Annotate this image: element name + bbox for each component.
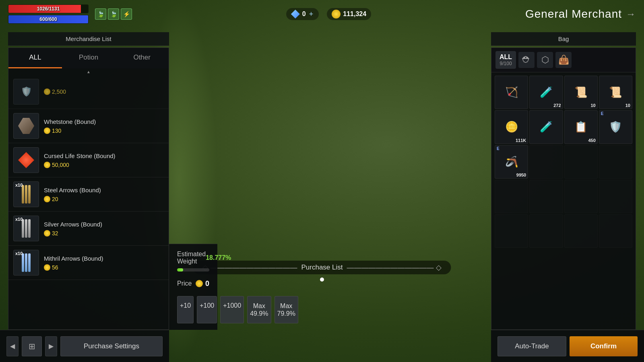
merchant-title: General Merchant <box>525 8 622 21</box>
scroll3-count: 450 <box>588 138 595 143</box>
list-item-lifestone[interactable]: Cursed Life Stone (Bound) 50,000 <box>8 143 169 177</box>
bag-cell-potion-green[interactable]: 🧪 <box>529 110 563 144</box>
health-bars: 1026/1131 600/600 <box>8 4 89 24</box>
qty-plus100-button[interactable]: +100 <box>197 296 217 323</box>
top-hud: 1026/1131 600/600 🍃 🍃 ⚡ 0 + 111,324 Gene… <box>0 0 644 28</box>
bag-cell-scroll1[interactable]: 📜 10 <box>564 76 598 109</box>
gold-icon-whetstone <box>44 128 50 134</box>
nav-arrow-left[interactable]: ◀ <box>6 336 19 356</box>
auto-trade-button[interactable]: Auto-Trade <box>497 336 566 356</box>
qty-max799-button[interactable]: Max79.9% <box>275 296 298 323</box>
armor-badge: E <box>601 111 604 116</box>
page-dot-indicator <box>320 278 324 282</box>
tab-potion[interactable]: Potion <box>62 48 116 68</box>
gold-icon-steel <box>44 196 50 202</box>
bag-cell-empty-8[interactable] <box>495 214 528 248</box>
steel-arrows-icon: x10 <box>13 181 39 207</box>
bag-count: 9/100 <box>500 61 512 66</box>
bag-cell-empty-11[interactable] <box>599 214 632 248</box>
coin-icon: 🪙 <box>505 121 518 133</box>
scroll2-count: 10 <box>625 103 630 108</box>
nav-arrow-right[interactable]: ▶ <box>45 336 57 356</box>
bag-cell-arrows[interactable]: E 🪃 9950 <box>495 145 528 179</box>
bag-cell-empty-7[interactable] <box>599 180 632 213</box>
bag-cell-empty-6[interactable] <box>564 180 598 213</box>
bag-cell-scroll3[interactable]: 📋 450 <box>564 110 598 144</box>
item-icon: 🛡️ <box>13 79 39 105</box>
whetstone-icon <box>13 113 39 139</box>
bag-cell-armor[interactable]: E 🛡️ <box>599 110 632 144</box>
merchandise-tabs: ALL Potion Other <box>8 48 169 68</box>
bag-cell-bow[interactable]: 🏹 <box>495 76 528 109</box>
price-value-wrap: 0 <box>196 280 209 288</box>
item-list: Whetstone (Bound) 130 Cursed Life Stone … <box>8 109 169 329</box>
bag-cell-empty-3[interactable] <box>599 145 632 179</box>
bag-tab-all[interactable]: ALL 9/100 <box>495 51 516 69</box>
potion-green-icon: 🧪 <box>540 121 553 133</box>
steel-arrows-price: 20 <box>44 196 164 202</box>
bag-tab-helmet[interactable]: ⛑ <box>518 52 535 68</box>
bag-grid: 🏹 🧪 272 📜 10 📜 10 🪙 111K 🧪 📋 450 E 🛡️ <box>491 72 636 329</box>
buff-icon-1: 🍃 <box>95 8 106 20</box>
list-item-mithril-arrows[interactable]: x10 Mithril Arrows (Bound) 56 <box>8 246 169 280</box>
arrow-right-line-icon: ———————————— ◇ <box>347 263 442 272</box>
bag-tab-bag[interactable]: 👜 <box>555 52 572 68</box>
bag-cell-empty-1[interactable] <box>529 145 563 179</box>
gold-icon-small <box>44 88 50 95</box>
list-item[interactable]: 🛡️ 2,500 <box>8 75 169 109</box>
mithril-arrows-price: 56 <box>44 264 164 271</box>
add-diamond-icon[interactable]: + <box>309 10 314 19</box>
bag-header: Bag <box>491 32 636 46</box>
diamond-currency: 0 + <box>286 8 319 20</box>
merchant-title-area: General Merchant → <box>525 8 636 21</box>
lifestone-price: 50,000 <box>44 162 164 168</box>
mp-text: 600/600 <box>8 15 88 23</box>
qty-plus1000-button[interactable]: +1000 <box>220 296 244 323</box>
buff-icon-2: 🍃 <box>108 8 119 20</box>
mithril-arrows-name: Mithril Arrows (Bound) <box>44 255 164 262</box>
quantity-buttons: +10 +100 +1000 Max49.9% Max79.9% <box>177 296 209 323</box>
bag-cell-scroll2[interactable]: 📜 10 <box>599 76 632 109</box>
bag-cell-empty-2[interactable] <box>564 145 598 179</box>
tab-all[interactable]: ALL <box>8 48 62 68</box>
bag-cell-empty-5[interactable] <box>529 180 563 213</box>
scroll-indicator-up: ▲ <box>8 68 169 75</box>
weight-percent: 18.777% <box>206 254 231 261</box>
bag-cell-empty-4[interactable] <box>495 180 528 213</box>
bottom-bar: ◀ ⊞ ▶ Purchase Settings Auto-Trade Confi… <box>0 330 644 362</box>
purchase-settings-button[interactable]: Purchase Settings <box>60 336 163 356</box>
potion-red-icon: 🧪 <box>540 86 553 99</box>
armor-icon: 🛡️ <box>609 121 622 133</box>
bag-tabs: ALL 9/100 ⛑ ⬡ 👜 <box>491 48 636 72</box>
list-item-whetstone[interactable]: Whetstone (Bound) 130 <box>8 109 169 143</box>
bag-cell-empty-10[interactable] <box>564 214 598 248</box>
tab-other[interactable]: Other <box>115 48 169 68</box>
scroll2-icon: 📜 <box>609 86 622 99</box>
bag-cell-empty-9[interactable] <box>529 214 563 248</box>
gold-icon-lifestone <box>44 162 50 168</box>
whetstone-name: Whetstone (Bound) <box>44 118 164 125</box>
arrows-count: 9950 <box>516 173 526 177</box>
grid-view-button[interactable]: ⊞ <box>22 336 42 356</box>
price-label: Price <box>177 280 192 287</box>
merchant-arrow-icon[interactable]: → <box>626 8 636 20</box>
bag-cell-potion-red[interactable]: 🧪 272 <box>529 76 563 109</box>
purchase-controls: Estimated Weight 18.777% Price 0 +10 +10… <box>169 244 217 330</box>
gold-icon-silver <box>44 230 50 237</box>
confirm-button[interactable]: Confirm <box>570 336 638 356</box>
list-item-steel-arrows[interactable]: x10 Steel Arrows (Bound) 20 <box>8 177 169 212</box>
bag-tab-cube[interactable]: ⬡ <box>537 52 553 68</box>
qty-max499-button[interactable]: Max49.9% <box>247 296 271 323</box>
gold-icon-mithril <box>44 264 50 271</box>
arrows-icon: 🪃 <box>505 156 518 168</box>
silver-arrows-price: 32 <box>44 230 164 237</box>
bag-cell-coin[interactable]: 🪙 111K <box>495 110 528 144</box>
list-item-silver-arrows[interactable]: x10 Silver Arrows (Bound) 32 <box>8 212 169 246</box>
gold-currency: 111,324 <box>327 8 371 20</box>
stack-label-mithril: x10 <box>15 251 23 256</box>
weight-bar-bg <box>177 268 209 272</box>
purchase-list-label: ◇ ———————————— Purchase List ———————————… <box>193 261 451 274</box>
qty-plus10-button[interactable]: +10 <box>177 296 194 323</box>
diamond-count: 0 <box>302 10 306 18</box>
bow-icon: 🏹 <box>505 86 518 99</box>
